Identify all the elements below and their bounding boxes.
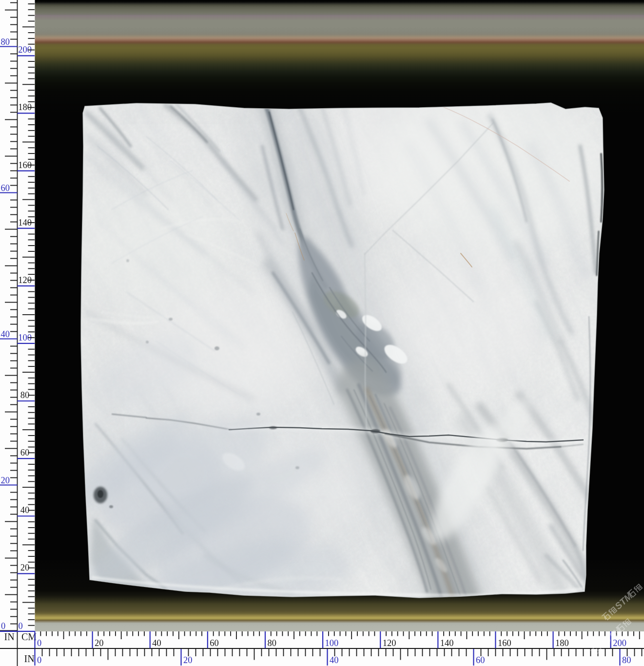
svg-text:20: 20 (95, 638, 104, 648)
svg-text:60: 60 (20, 448, 30, 457)
svg-text:40: 40 (152, 638, 161, 648)
svg-text:100: 100 (325, 638, 339, 648)
svg-text:0: 0 (19, 621, 23, 631)
svg-text:20: 20 (183, 655, 193, 665)
svg-text:140: 140 (440, 638, 454, 648)
svg-text:80: 80 (267, 638, 276, 648)
svg-text:60: 60 (210, 638, 219, 648)
svg-text:0: 0 (1, 621, 5, 631)
svg-text:20: 20 (20, 563, 30, 572)
svg-text:80: 80 (1, 37, 10, 47)
svg-text:80: 80 (622, 655, 631, 665)
svg-text:IN: IN (4, 631, 15, 642)
svg-text:180: 180 (555, 638, 569, 648)
svg-text:0: 0 (37, 638, 41, 648)
svg-text:80: 80 (20, 390, 30, 400)
svg-text:40: 40 (20, 505, 30, 515)
svg-text:60: 60 (1, 183, 10, 193)
svg-text:40: 40 (330, 655, 339, 665)
svg-text:60: 60 (476, 655, 485, 665)
svg-text:160: 160 (498, 638, 511, 648)
svg-text:120: 120 (383, 638, 396, 648)
svg-text:20: 20 (1, 476, 10, 485)
svg-text:IN: IN (24, 653, 35, 664)
svg-text:40: 40 (1, 329, 10, 339)
svg-text:0: 0 (37, 655, 41, 665)
